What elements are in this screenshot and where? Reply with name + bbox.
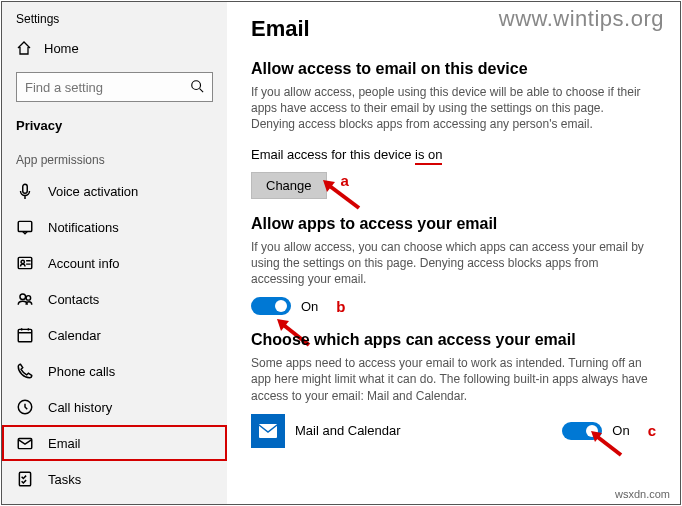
toggle-label: On — [301, 299, 318, 314]
sidebar-item-label: Voice activation — [48, 184, 138, 199]
sidebar-item-contacts[interactable]: Contacts — [2, 281, 227, 317]
search-icon — [190, 79, 204, 96]
sidebar-item-label: Tasks — [48, 472, 81, 487]
toggle-label: On — [612, 423, 629, 438]
sidebar-item-tasks[interactable]: Tasks — [2, 461, 227, 497]
section-privacy: Privacy — [2, 114, 227, 143]
mail-app-icon — [251, 414, 285, 448]
microphone-icon — [16, 182, 34, 200]
svg-point-7 — [26, 296, 31, 301]
home-nav[interactable]: Home — [2, 34, 227, 62]
group-app-permissions: App permissions — [2, 143, 227, 173]
email-icon — [16, 434, 34, 452]
app-row-mail-calendar: Mail and Calendar On c — [251, 414, 656, 448]
sidebar-item-label: Notifications — [48, 220, 119, 235]
section2-heading: Allow apps to access your email — [251, 215, 656, 233]
sidebar-item-phone-calls[interactable]: Phone calls — [2, 353, 227, 389]
apps-access-toggle[interactable] — [251, 297, 291, 315]
sidebar-item-label: Call history — [48, 400, 112, 415]
calendar-icon — [16, 326, 34, 344]
section1-desc: If you allow access, people using this d… — [251, 84, 651, 133]
change-button[interactable]: Change — [251, 172, 327, 199]
sidebar-item-label: Calendar — [48, 328, 101, 343]
svg-line-1 — [200, 88, 204, 92]
sidebar-item-calendar[interactable]: Calendar — [2, 317, 227, 353]
svg-point-5 — [21, 260, 24, 263]
svg-rect-15 — [259, 424, 277, 438]
section-device-access: Allow access to email on this device If … — [251, 60, 656, 199]
contacts-icon — [16, 290, 34, 308]
mail-app-toggle[interactable] — [562, 422, 602, 440]
sidebar-item-label: Contacts — [48, 292, 99, 307]
sidebar-item-email[interactable]: Email — [2, 425, 227, 461]
home-label: Home — [44, 41, 79, 56]
svg-rect-14 — [19, 472, 30, 486]
sidebar-item-account-info[interactable]: Account info — [2, 245, 227, 281]
section-apps-access: Allow apps to access your email If you a… — [251, 215, 656, 316]
sidebar: Settings Home Privacy App permissions Vo… — [2, 2, 227, 504]
section2-desc: If you allow access, you can choose whic… — [251, 239, 651, 288]
status-value: is on — [415, 147, 442, 165]
watermark: www.wintips.org — [499, 6, 664, 32]
account-icon — [16, 254, 34, 272]
section1-heading: Allow access to email on this device — [251, 60, 656, 78]
sidebar-item-voice-activation[interactable]: Voice activation — [2, 173, 227, 209]
svg-rect-4 — [18, 257, 32, 268]
sidebar-item-label: Account info — [48, 256, 120, 271]
search-field[interactable] — [25, 80, 175, 95]
section-choose-apps: Choose which apps can access your email … — [251, 331, 656, 448]
phone-icon — [16, 362, 34, 380]
notification-icon — [16, 218, 34, 236]
annotation-c: c — [648, 422, 656, 439]
device-access-status: Email access for this device is on — [251, 147, 656, 162]
content-pane: www.wintips.org Email Allow access to em… — [227, 2, 680, 504]
window-title: Settings — [2, 10, 227, 34]
svg-point-0 — [192, 80, 201, 89]
svg-rect-3 — [18, 221, 32, 231]
watermark-footer: wsxdn.com — [615, 488, 670, 500]
annotation-a: a — [341, 172, 349, 189]
sidebar-item-label: Phone calls — [48, 364, 115, 379]
sidebar-item-call-history[interactable]: Call history — [2, 389, 227, 425]
tasks-icon — [16, 470, 34, 488]
svg-rect-2 — [23, 184, 28, 193]
annotation-b: b — [336, 298, 345, 315]
history-icon — [16, 398, 34, 416]
sidebar-item-label: Email — [48, 436, 81, 451]
section3-heading: Choose which apps can access your email — [251, 331, 656, 349]
svg-point-6 — [20, 294, 26, 300]
status-prefix: Email access for this device — [251, 147, 415, 162]
section3-desc: Some apps need to access your email to w… — [251, 355, 651, 404]
sidebar-item-notifications[interactable]: Notifications — [2, 209, 227, 245]
svg-rect-8 — [18, 329, 32, 341]
home-icon — [16, 40, 32, 56]
app-name: Mail and Calendar — [295, 423, 401, 438]
search-input[interactable] — [16, 72, 213, 102]
